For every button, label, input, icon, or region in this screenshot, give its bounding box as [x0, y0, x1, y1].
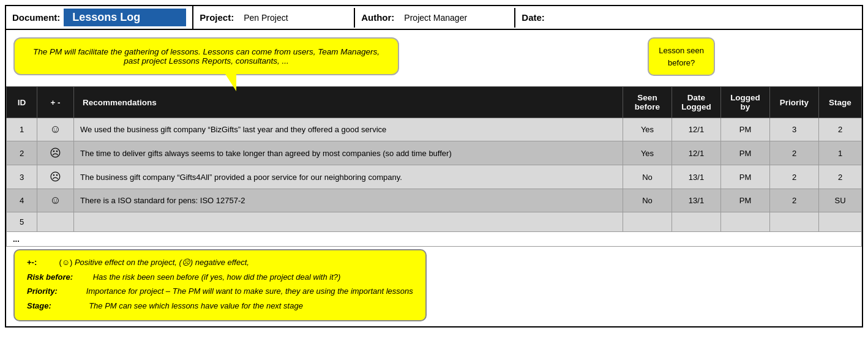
footer-line3: Priority: Importance for project – The P…	[27, 285, 413, 298]
cell-stage: 2	[819, 165, 862, 189]
cell-id: 4	[7, 189, 37, 212]
table-row: 1☺We used the business gift company “Biz…	[7, 118, 862, 141]
col-header-date-logged: DateLogged	[672, 87, 721, 118]
main-callout-text: The PM will facilitate the gathering of …	[33, 47, 380, 65]
col-header-recommendations: Recommendations	[74, 87, 623, 118]
cell-date-logged: 12/1	[672, 141, 721, 165]
cell-seen-before: Yes	[623, 141, 672, 165]
col-header-stage: Stage	[819, 87, 862, 118]
date-value	[548, 15, 597, 20]
callout-border-triangle	[225, 74, 237, 93]
cell-stage: SU	[819, 189, 862, 212]
col-header-logged-by: Loggedby	[721, 87, 770, 118]
footer-priority-label: Priority:	[27, 286, 58, 296]
col-header-id: ID	[7, 87, 37, 118]
table-row: 5	[7, 212, 862, 232]
project-item: Project: Pen Project	[193, 8, 355, 28]
cell-seen-before: No	[623, 165, 672, 189]
cell-priority: 3	[770, 118, 819, 141]
footer-area: +-: (☺) Positive effect on the project, …	[6, 247, 862, 326]
footer-line4: Stage: The PM can see which lessons have…	[27, 300, 413, 312]
cell-id: 1	[7, 118, 37, 141]
footer-risk-text: Has the risk been seen before (if yes, h…	[75, 272, 341, 282]
doc-label: Document:	[12, 12, 60, 23]
date-label: Date:	[522, 12, 545, 23]
project-label: Project:	[200, 12, 234, 23]
table-row: 4☺There is a ISO standard for pens: ISO …	[7, 189, 862, 212]
cell-recommendation: The business gift company “Gifts4All” pr…	[74, 165, 623, 189]
cell-id: 2	[7, 141, 37, 165]
cell-recommendation: There is a ISO standard for pens: ISO 12…	[74, 189, 623, 212]
lessons-table: ID + - Recommendations Seenbefore DateLo…	[6, 86, 862, 247]
main-content: The PM will facilitate the gathering of …	[5, 30, 863, 327]
cell-priority	[770, 212, 819, 232]
date-item: Date:	[515, 10, 604, 25]
cell-icon: ☺	[37, 189, 74, 212]
footer-stage-label: Stage:	[27, 301, 51, 310]
col-header-plus-minus: + -	[37, 87, 74, 118]
page-wrapper: Document: Lessons Log Project: Pen Proje…	[0, 0, 868, 363]
author-item: Author: Project Manager	[355, 8, 515, 28]
secondary-callout-wrapper: Lesson seen before?	[648, 37, 715, 76]
footer-plusminus-label: +-:	[27, 258, 37, 267]
cell-stage: 2	[819, 118, 862, 141]
col-header-priority: Priority	[770, 87, 819, 118]
footer-line2: Risk before: Has the risk been seen befo…	[27, 271, 413, 283]
cell-seen-before: Yes	[623, 118, 672, 141]
footer-plusminus-text: (☺) Positive effect on the project, (☹) …	[39, 258, 249, 267]
cell-logged-by: PM	[721, 118, 770, 141]
cell-date-logged: 12/1	[672, 118, 721, 141]
cell-priority: 2	[770, 141, 819, 165]
secondary-callout-line1: Lesson seen	[659, 45, 704, 57]
cell-recommendation: The time to deliver gifts always seems t…	[74, 141, 623, 165]
footer-callout: +-: (☺) Positive effect on the project, …	[13, 249, 427, 321]
secondary-callout: Lesson seen before?	[648, 37, 715, 76]
table-row: 3☹The business gift company “Gifts4All” …	[7, 165, 862, 189]
secondary-callout-line2: before?	[659, 57, 704, 69]
cell-date-logged	[672, 212, 721, 232]
footer-stage-text: The PM can see which lessons have value …	[53, 301, 303, 310]
table-header-row: ID + - Recommendations Seenbefore DateLo…	[7, 87, 862, 118]
footer-risk-label: Risk before:	[27, 272, 73, 282]
cell-logged-by: PM	[721, 141, 770, 165]
cell-icon: ☺	[37, 118, 74, 141]
cell-date-logged: 13/1	[672, 165, 721, 189]
cell-date-logged: 13/1	[672, 189, 721, 212]
cell-id: 3	[7, 165, 37, 189]
table-row: 2☹The time to deliver gifts always seems…	[7, 141, 862, 165]
cell-id: 5	[7, 212, 37, 232]
doc-label-item: Document: Lessons Log	[6, 6, 193, 29]
dots-row: ...	[7, 232, 862, 247]
cell-icon: ☹	[37, 165, 74, 189]
cell-icon: ☹	[37, 141, 74, 165]
main-callout-wrapper: The PM will facilitate the gathering of …	[13, 37, 399, 75]
cell-recommendation	[74, 212, 623, 232]
cell-stage	[819, 212, 862, 232]
cell-seen-before	[623, 212, 672, 232]
footer-priority-text: Importance for project – The PM will wan…	[59, 286, 413, 296]
project-value: Pen Project	[238, 10, 348, 25]
dots-cell: ...	[7, 232, 862, 247]
top-callouts-area: The PM will facilitate the gathering of …	[6, 30, 862, 75]
cell-icon	[37, 212, 74, 232]
cell-logged-by: PM	[721, 165, 770, 189]
author-label: Author:	[361, 12, 394, 23]
cell-recommendation: We used the business gift company “BizGi…	[74, 118, 623, 141]
cell-seen-before: No	[623, 189, 672, 212]
cell-priority: 2	[770, 189, 819, 212]
author-value: Project Manager	[398, 10, 508, 25]
cell-priority: 2	[770, 165, 819, 189]
footer-line1: +-: (☺) Positive effect on the project, …	[27, 256, 413, 269]
col-header-seen-before: Seenbefore	[623, 87, 672, 118]
cell-logged-by	[721, 212, 770, 232]
cell-logged-by: PM	[721, 189, 770, 212]
cell-stage: 1	[819, 141, 862, 165]
doc-header: Document: Lessons Log Project: Pen Proje…	[5, 5, 863, 30]
doc-title: Lessons Log	[64, 9, 186, 26]
main-callout: The PM will facilitate the gathering of …	[13, 37, 399, 75]
